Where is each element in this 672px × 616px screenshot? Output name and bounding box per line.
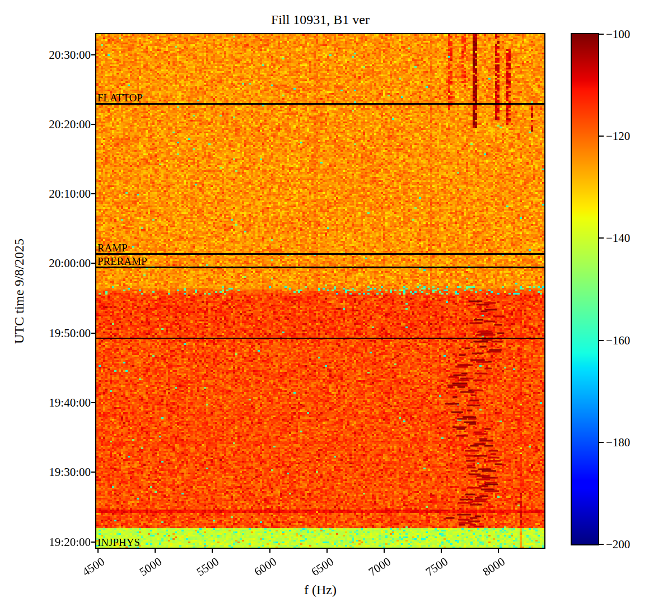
colorbar-tick-mark [599, 544, 604, 545]
x-tick-label: 8000 [481, 556, 507, 578]
y-tick-label: 20:20:00 [0, 118, 91, 130]
x-tick-label: 6500 [310, 556, 336, 578]
y-tick-label: 20:10:00 [0, 188, 91, 200]
x-tick-mark [97, 548, 99, 553]
colorbar-tick-mark [599, 340, 604, 341]
x-tick-mark [384, 548, 385, 553]
colorbar-tick-mark [599, 136, 604, 137]
y-tick-mark [91, 54, 96, 55]
x-tick-label: 4500 [81, 556, 107, 578]
x-tick-mark [326, 548, 328, 553]
y-tick-mark [91, 124, 96, 125]
y-tick-label: 19:40:00 [0, 396, 91, 409]
event-label-preramp: PRERAMP [97, 256, 147, 267]
y-tick-mark [91, 542, 96, 543]
colorbar-canvas [572, 34, 598, 544]
colorbar-tick-label: −140 [606, 232, 630, 244]
colorbar-tick-label: −200 [606, 538, 630, 550]
x-tick-label: 5000 [138, 556, 164, 578]
figure: Fill 10931, B1 ver UTC time 9/8/2025 f (… [0, 0, 672, 616]
y-tick-label: 19:50:00 [0, 327, 91, 339]
x-axis-label: f (Hz) [96, 582, 544, 598]
x-tick-mark [155, 548, 156, 553]
colorbar [571, 33, 599, 545]
x-tick-label: 7000 [367, 556, 393, 578]
colorbar-tick-label: −100 [606, 28, 630, 40]
y-tick-label: 20:00:00 [0, 257, 91, 269]
y-tick-mark [91, 263, 96, 264]
y-tick-label: 19:20:00 [0, 536, 91, 548]
x-tick-label: 6000 [252, 556, 278, 578]
event-label-flattop: FLATTOP [97, 92, 143, 104]
y-tick-mark [91, 472, 96, 473]
x-tick-mark [441, 548, 442, 553]
colorbar-tick-label: −120 [606, 130, 630, 142]
event-label-injphys: INJPHYS [97, 537, 140, 548]
event-label-ramp: RAMP [97, 242, 128, 254]
x-tick-mark [269, 548, 270, 553]
colorbar-tick-label: −180 [606, 436, 630, 449]
unlabeled-dark-line [96, 338, 544, 339]
spectrogram-canvas [96, 34, 544, 548]
x-tick-label: 7500 [424, 556, 450, 578]
colorbar-tick-mark [599, 237, 604, 239]
y-tick-mark [91, 193, 96, 194]
colorbar-tick-mark [599, 442, 604, 443]
y-tick-label: 20:30:00 [0, 49, 91, 61]
plot-title: Fill 10931, B1 ver [96, 12, 544, 27]
event-line-preramp [96, 267, 544, 268]
spectrogram-plot [95, 33, 545, 549]
x-tick-label: 5500 [195, 556, 221, 578]
event-line-ramp [96, 253, 544, 255]
colorbar-tick-label: −160 [606, 334, 630, 347]
x-tick-mark [498, 548, 499, 553]
event-line-flattop [96, 103, 544, 105]
x-tick-mark [212, 548, 213, 553]
y-tick-mark [91, 333, 96, 334]
y-tick-label: 19:30:00 [0, 466, 91, 478]
colorbar-tick-mark [599, 34, 604, 35]
y-tick-mark [91, 402, 96, 403]
